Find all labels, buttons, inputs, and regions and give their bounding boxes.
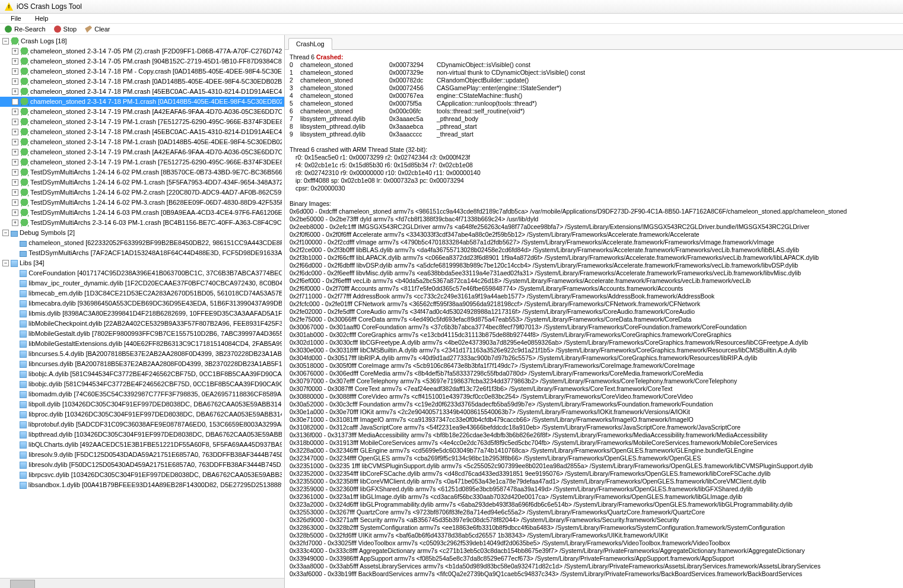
binary-image-row: 0x32351000 - 0x3235 1fff libCVMSPluginSu… (290, 462, 898, 470)
tree-item[interactable]: +chameleon_stoned 2-3-14 7-05 PM.crash [… (0, 56, 284, 66)
expand-icon[interactable]: + (12, 220, 18, 226)
binary-image-row: 0x2f2ce000 - 0x2f3b0fff libBLAS.dylib ar… (290, 246, 898, 254)
tree-item[interactable]: +chameleon_stoned 2-3-14 7-18 PM.crash [… (0, 127, 284, 137)
tree-item[interactable]: libprotobuf.dylib [5ADCDF31C09C36038AFE9… (0, 419, 284, 430)
tree-item[interactable]: +chameleon_stoned 2-3-14 7-19 PM.crash [… (0, 107, 284, 117)
tree-item[interactable]: +chameleon_stoned 2-3-14 7-19 PM.crash [… (0, 147, 284, 157)
tree-item[interactable]: libomadm.dylib [74C60E35C54C3392987C77FF… (0, 389, 284, 399)
tree-item[interactable]: +chameleon_stoned 2-3-14 7-18 PM.crash [… (0, 87, 284, 97)
tree-item-label: chameleon_stoned 2-3-14 7-19 PM-1.crash … (30, 117, 282, 126)
tree-item[interactable]: +chameleon_stoned 2-3-14 7-19 PM-1.crash… (0, 117, 284, 127)
expand-icon[interactable]: + (12, 78, 18, 85)
tree-view[interactable]: −Crash Logs [18]+chameleon_stoned 2-3-14… (0, 35, 284, 578)
tree-item-label: libprotobuf.dylib [5ADCDF31C09C36038AFE9… (28, 420, 282, 429)
tree-item[interactable]: libresolv.dylib [F50DC125D05430AD459A217… (0, 460, 284, 470)
expand-icon[interactable]: + (12, 139, 18, 145)
tree-item[interactable]: −Crash Logs [18] (0, 36, 284, 46)
expand-icon[interactable]: + (12, 58, 18, 65)
tree-item[interactable]: librpcsvc.dylib [103426DC305C304F91EF997… (0, 470, 284, 480)
bug-icon (20, 179, 28, 187)
tree-item[interactable]: +chameleon_stoned 2-3-14 7-05 PM (2).cra… (0, 46, 284, 56)
binary-image-row: 0x318b0000 - 0x31913fff MobileCoreServic… (290, 439, 898, 447)
expand-icon[interactable]: + (12, 149, 18, 155)
expand-icon[interactable]: + (12, 209, 18, 216)
tree-item[interactable]: −Libs [34] (0, 258, 284, 268)
tree-item[interactable]: libncurses.5.4.dylib [BA2007818B5E37E2AB… (0, 349, 284, 359)
stack-frame-row: 4chameleon_stoned0x000767eaengine::CStat… (290, 92, 898, 100)
binary-image-row: 0x2f6ef000 - 0x2f6effff vecLib armv7s <b… (290, 277, 898, 285)
tree-item[interactable]: +TestDSymMultiArchs 1-24-14 6-03 PM.cras… (0, 208, 284, 218)
collapse-icon[interactable]: − (2, 230, 9, 236)
tree-item[interactable]: +TestDSymMultiArchs 1-24-14 6-02 PM.cras… (0, 167, 284, 177)
library-icon (20, 371, 27, 378)
tree-item[interactable]: libmecab_em.dylib [1D3C84CE21D53EC2A283A… (0, 288, 284, 298)
tree-item-label: libpthread.dylib [103426DC305C304F91EF99… (28, 430, 282, 439)
expand-icon[interactable]: + (12, 98, 18, 105)
brush-icon (85, 26, 92, 33)
tree-item[interactable]: +chameleon_stoned 2-3-14 7-18 PM - Copy.… (0, 66, 284, 77)
tree-item[interactable]: +chameleon_stoned 2-3-14 7-18 PM.crash [… (0, 77, 284, 87)
expand-icon[interactable]: + (12, 179, 18, 186)
expand-icon[interactable]: + (12, 159, 18, 166)
tree-item[interactable]: CoreFoundation [4017174C95D238A396E41B06… (0, 268, 284, 278)
expand-icon[interactable]: + (12, 68, 18, 75)
expand-icon[interactable]: + (12, 129, 18, 135)
menu-file[interactable]: File (5, 14, 27, 23)
tree-item-label: chameleon_stoned 2-3-14 7-18 PM.crash [0… (30, 77, 282, 86)
tree-item[interactable]: libMobileGestalt.dylib [7802EF9800993FFC… (0, 329, 284, 339)
horizontal-scrollbar[interactable] (0, 578, 284, 588)
tree-item[interactable]: libmecabra.dylib [936986450A553CDEB69DC3… (0, 298, 284, 309)
tree-item[interactable]: −Debug Symbols [2] (0, 228, 284, 238)
research-button[interactable]: Re-Search (5, 26, 46, 33)
tree-item-label: chameleon_stoned 2-3-14 7-19 PM.crash [A… (30, 148, 282, 157)
expand-icon[interactable]: + (12, 169, 18, 176)
tab-crashlog[interactable]: CrashLog (288, 38, 332, 50)
tree-item[interactable]: libobjc.A.dylib [581C944534FC3772BE4F246… (0, 369, 284, 379)
tree-item[interactable]: libmis.dylib [8398AC3A80E2399841D4F218B6… (0, 309, 284, 319)
tree-item[interactable]: chameleon_stoned [622332052F633992BF99B2… (0, 238, 284, 248)
tree-item[interactable]: libpthread.dylib [103426DC305C304F91EF99… (0, 430, 284, 440)
stop-button[interactable]: Stop (54, 26, 77, 33)
expand-icon[interactable]: + (12, 88, 18, 95)
expand-icon[interactable]: + (12, 119, 18, 125)
tree-item[interactable]: libmav_ipc_router_dynamic.dylib [1F2CD20… (0, 278, 284, 288)
bug-icon (20, 78, 28, 86)
tree-item[interactable]: libresolv.9.dylib [F5DC125D0543DADA59A21… (0, 450, 284, 460)
expand-icon[interactable]: + (12, 109, 18, 115)
binary-image-row: 0x3228a000 - 0x32346fff GLEngine armv7s … (290, 447, 898, 454)
bug-icon (20, 128, 28, 136)
tree-item[interactable]: libsandbox.1.dylib [00A41B79BFEEE93D14A8… (0, 480, 284, 490)
tree-item[interactable]: libMobileCheckpoint.dylib [22AB2A402CE53… (0, 319, 284, 329)
tree-item[interactable]: TestDSymMultiArchs [7AF2ACF1AD153248A18F… (0, 248, 284, 258)
register-row: cpsr: 0x20000030 (290, 185, 898, 192)
crashlog-text[interactable]: Thread 6 Crashed:0chameleon_stoned0x0007… (285, 50, 903, 588)
tree-item-label: libomadm.dylib [74C60E35C54C3392987C77FF… (28, 390, 282, 399)
menu-help[interactable]: Help (29, 14, 55, 23)
expand-icon[interactable]: + (12, 189, 18, 196)
binary-image-row: 0x2f3b1000 - 0x2f66cfff libLAPACK.dylib … (290, 254, 898, 262)
tree-item[interactable]: +chameleon_stoned 2-3-14 7-19 PM-1.crash… (0, 157, 284, 167)
binary-image-row: 0x2f711000 - 0x2f77fff AddressBook armv7… (290, 293, 898, 300)
binary-image-row: 0x2f6dc000 - 0x2f6eefff libvMisc.dylib a… (290, 269, 898, 277)
tree-item[interactable]: +chameleon_stoned 2-3-14 7-18 PM-1.crash… (0, 137, 284, 147)
tree-item[interactable]: libncurses.dylib [BA2007818B5E37E2AB2AA2… (0, 359, 284, 369)
tree-item[interactable]: +chameleon_stoned 2-3-14 7-18 PM-1.crash… (0, 97, 284, 107)
collapse-icon[interactable]: − (2, 260, 9, 266)
expand-icon[interactable]: + (12, 48, 18, 55)
tree-item[interactable]: libQLCharts.dylib [492AACEDC51E3B1FBE512… (0, 440, 284, 450)
tree-item[interactable]: +TestDSymMultiArchs 2-3-14 6-03 PM-1.cra… (0, 218, 284, 228)
expand-icon[interactable]: + (12, 199, 18, 206)
tree-item[interactable]: libpoll.dylib [103426DC305C304F91EF997DE… (0, 399, 284, 409)
tree-item[interactable]: libobjc.dylib [581C944534FC3772BE4F24656… (0, 379, 284, 389)
library-icon (20, 391, 27, 398)
binary-image-row: 0x30676000 - 0x306edfff CoreMedia armv7s… (290, 370, 898, 377)
tree-item[interactable]: +TestDSymMultiArchs 1-24-14 6-02 PM-3.cr… (0, 198, 284, 208)
tree-item[interactable]: libMobileGestaltExtensions.dylib [440E62… (0, 339, 284, 349)
tree-item[interactable]: +TestDSymMultiArchs 1-24-14 6-02 PM-1.cr… (0, 177, 284, 187)
binary-image-row: 0x30e1a000 - 0x30e70fff IOKit armv7s <2c… (290, 408, 898, 416)
tree-item[interactable]: libproc.dylib [103426DC305C304F91EF997DE… (0, 409, 284, 419)
clear-button[interactable]: Clear (85, 26, 110, 33)
library-icon (20, 381, 27, 388)
tree-item[interactable]: +TestDSymMultiArchs 1-24-14 6-02 PM-2.cr… (0, 187, 284, 198)
collapse-icon[interactable]: − (2, 38, 9, 45)
